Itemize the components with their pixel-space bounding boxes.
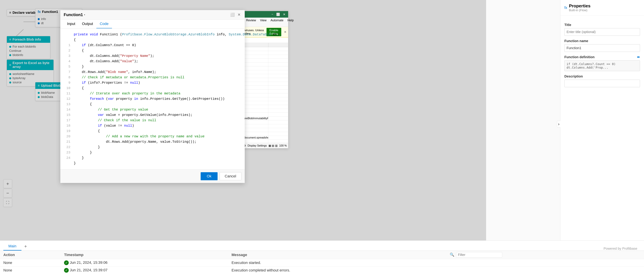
code-editor[interactable]: private void Function1 (Profitbase.Flow.…	[60, 28, 245, 169]
panel-collapse-button[interactable]: ›	[557, 121, 560, 128]
panel-content: Title Function name Function definition …	[560, 16, 644, 240]
code-line-19: 19 {	[64, 128, 241, 134]
panel-fx-icon: fx	[564, 6, 567, 10]
dialog-controls: ⬜ ✕	[230, 12, 241, 17]
log-message: Execution completed without errors.	[228, 266, 446, 274]
code-line-8: 8 // Check if metadata or metadata.Prope…	[64, 75, 241, 80]
menu-automate[interactable]: Automate	[268, 18, 286, 27]
log-table: Action Timestamp Message 🔍 None ✓ Jun 21…	[0, 251, 644, 274]
log-table-body: None ✓ Jun 21, 2024, 15:39:06 Execution …	[0, 259, 644, 274]
panel-subtitle: Built-in (Flow)	[569, 8, 590, 12]
dialog-tab-code[interactable]: Code	[96, 20, 112, 28]
code-line-2: 2 {	[64, 48, 241, 53]
code-line-1: 1 if (dt.Columns?.Count == 0)	[64, 42, 241, 48]
description-label: Description	[564, 74, 640, 78]
code-line-24: 24 }	[64, 155, 241, 161]
code-line-23: 23 }	[64, 150, 241, 155]
log-table-head: Action Timestamp Message 🔍	[0, 251, 644, 259]
code-line-17: 17 // Check if the value is null	[64, 118, 241, 123]
filter-icon: 🔍	[450, 252, 454, 257]
code-line-14: 14 // Get the property value	[64, 107, 241, 112]
col-message: Message	[228, 251, 446, 259]
function-name-label: Function name	[564, 39, 640, 43]
bottom-tabs: Main + Powered by Profitbase	[0, 241, 644, 251]
tab-main[interactable]: Main	[3, 242, 22, 250]
code-line-15: 15 var value = property.GetValue(info.Pr…	[64, 112, 241, 118]
dialog-tabs: Input Output Code	[60, 20, 245, 28]
code-line-5: 5 }	[64, 64, 241, 70]
log-action: None	[0, 259, 61, 266]
menu-review[interactable]: Review	[244, 18, 258, 27]
code-line-11: 11 // Iterate over each property in the …	[64, 91, 241, 96]
code-line-13: 13 {	[64, 102, 241, 107]
title-field-label: Title	[564, 23, 640, 27]
panel-title: Properties	[569, 3, 590, 8]
code-line-3: 3 dt.Columns.Add("Property Name");	[64, 53, 241, 59]
powered-by-text: Powered by Profitbase	[604, 247, 641, 250]
description-input[interactable]	[564, 80, 640, 87]
zoom-control[interactable]: 100 %	[279, 144, 287, 147]
code-line-9: 9 if (info?.Properties != null)	[64, 80, 241, 86]
add-tab-button[interactable]: +	[22, 242, 30, 250]
dialog-titlebar: Function1 · ⬜ ✕	[60, 10, 245, 20]
definition-preview: if (dt.Columns?.Count == 0) dt.Columns.A…	[564, 60, 640, 71]
code-line-22: 22 }	[64, 144, 241, 150]
properties-panel: › fx Properties Built-in (Flow) Title Fu…	[560, 0, 644, 240]
function1-dialog: Function1 · ⬜ ✕ Input Output Code privat…	[60, 10, 245, 183]
code-line-4: 4 dt.Columns.Add("Value");	[64, 59, 241, 64]
log-status-icon: ✓	[64, 268, 69, 273]
menu-view[interactable]: View	[258, 18, 268, 27]
dialog-tab-output[interactable]: Output	[78, 20, 96, 28]
function-name-input[interactable]	[564, 44, 640, 52]
code-line-10: 10 {	[64, 86, 241, 91]
log-timestamp: ✓ Jun 21, 2024, 15:39:06	[61, 259, 228, 266]
ok-button[interactable]: Ok	[201, 172, 218, 180]
code-line-21: 21 dt.Rows.Add(property.Name, value.ToSt…	[64, 139, 241, 144]
col-action: Action	[0, 251, 61, 259]
dialog-close-button[interactable]: ✕	[237, 12, 241, 17]
panel-header: fx Properties Built-in (Flow)	[560, 0, 644, 16]
code-line-7: 7 dt.Rows.Add("Blob name", info?.Name);	[64, 70, 241, 75]
log-row: None ✓ Jun 21, 2024, 15:39:07 Execution …	[0, 266, 644, 274]
code-line-sig: private void Function1 (Profitbase.Flow.…	[64, 32, 241, 37]
dismiss-protected-view-button[interactable]: ✕	[284, 30, 286, 34]
excel-restore-btn[interactable]: ⬜	[275, 12, 281, 16]
log-timestamp: ✓ Jun 21, 2024, 15:39:07	[61, 266, 228, 274]
log-status-icon: ✓	[64, 260, 69, 265]
dialog-footer: Ok Cancel	[60, 169, 245, 183]
title-field-input[interactable]	[564, 28, 640, 36]
excel-minimize-btn[interactable]: −	[270, 12, 274, 16]
canvas-area: ≡ Declare variables fx Function1 info dt	[0, 0, 644, 240]
log-header-row: Action Timestamp Message 🔍	[0, 251, 644, 259]
code-line-18: 18 if (value != null)	[64, 123, 241, 128]
code-line-20: 20 // Add a new row with the property na…	[64, 134, 241, 139]
col-filter: 🔍	[446, 251, 644, 259]
col-timestamp: Timestamp	[61, 251, 228, 259]
code-line-close: }	[64, 161, 241, 166]
log-row: None ✓ Jun 21, 2024, 15:39:06 Execution …	[0, 259, 644, 266]
dialog-maximize-button[interactable]: ⬜	[230, 12, 235, 17]
cancel-button[interactable]: Cancel	[220, 172, 241, 180]
log-table-element: Action Timestamp Message 🔍 None ✓ Jun 21…	[0, 251, 644, 274]
filter-input[interactable]	[456, 252, 502, 258]
definition-label: Function definition ✏	[564, 55, 640, 59]
code-line-12: 12 foreach (var property in info.Propert…	[64, 96, 241, 102]
code-line-open: {	[64, 37, 241, 42]
bottom-panel: Main + Powered by Profitbase Action Time…	[0, 240, 644, 274]
log-message: Execution started.	[228, 259, 446, 266]
log-action: None	[0, 266, 61, 274]
excel-close-btn[interactable]: ✕	[282, 12, 286, 16]
excel-wb-controls: − ⬜ ✕	[270, 12, 286, 16]
dialog-tab-input[interactable]: Input	[64, 20, 78, 28]
definition-edit-icon[interactable]: ✏	[637, 55, 640, 59]
dialog-title: Function1 ·	[64, 12, 85, 17]
display-settings-label[interactable]: Display Settings	[248, 144, 267, 147]
menu-help[interactable]: Help	[286, 18, 296, 27]
